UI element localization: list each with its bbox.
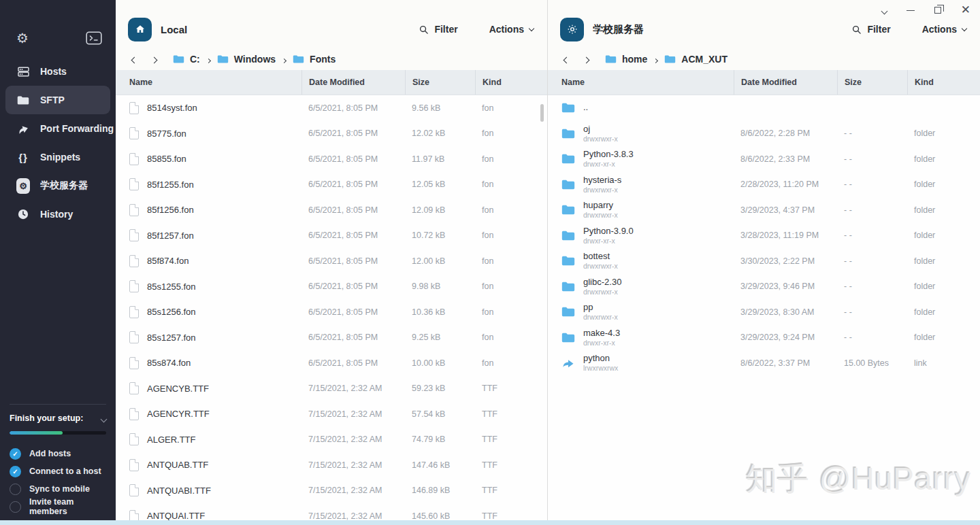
chevron-down-icon[interactable] <box>101 412 106 424</box>
minimize-icon[interactable] <box>906 10 915 11</box>
table-header: NameDate ModifiedSizeKind <box>116 70 547 95</box>
window-dropdown-icon[interactable] <box>882 4 887 16</box>
file-size: 74.79 kB <box>405 435 475 444</box>
column-header-name[interactable]: Name <box>548 70 734 95</box>
filter-button[interactable]: Filter <box>851 24 890 35</box>
file-kind: fon <box>475 205 547 215</box>
column-header-date-modified[interactable]: Date Modified <box>734 70 837 95</box>
setup-task[interactable]: ✓Add hosts <box>10 445 106 462</box>
sidebar-item-snippets[interactable]: {}Snippets <box>0 143 116 171</box>
file-date: 6/5/2021, 8:05 PM <box>301 103 405 113</box>
file-date: 6/5/2021, 8:05 PM <box>301 154 405 164</box>
file-name: ANTQUAB.TTF <box>147 460 208 470</box>
settings-gear-icon[interactable]: ⚙ <box>16 31 29 45</box>
setup-task[interactable]: ✓Connect to a host <box>10 462 106 480</box>
file-date: 7/15/2021, 2:32 AM <box>301 486 405 495</box>
folder-icon <box>217 54 229 64</box>
file-size: - - <box>837 307 907 317</box>
actions-button[interactable]: Actions <box>489 24 534 35</box>
file-row[interactable]: huparrydrwxrwxr-x3/29/2023, 4:37 PM- -fo… <box>548 197 980 223</box>
file-row[interactable]: .. <box>548 95 980 121</box>
column-header-size[interactable]: Size <box>405 70 475 95</box>
window-controls: ✕ <box>882 4 970 16</box>
file-row[interactable]: 85775.fon6/5/2021, 8:05 PM12.02 kBfon <box>116 121 547 147</box>
chevron-right-icon <box>654 53 657 65</box>
file-row[interactable]: ANTQUAB.TTF7/15/2021, 2:32 AM147.46 kBTT… <box>116 452 547 478</box>
file-row[interactable]: 8514syst.fon6/5/2021, 8:05 PM9.56 kBfon <box>116 95 547 121</box>
breadcrumb-item[interactable]: ACM_XUT <box>664 54 728 65</box>
file-size: 10.72 kB <box>405 231 475 240</box>
sidebar-item-label: Port Forwarding <box>40 123 114 134</box>
file-icon <box>129 153 139 165</box>
file-date: 6/5/2021, 8:05 PM <box>301 307 405 317</box>
filter-button[interactable]: Filter <box>419 24 457 35</box>
restore-icon[interactable] <box>934 7 941 14</box>
file-name: 8514syst.fon <box>147 103 197 113</box>
file-date: 8/6/2022, 2:28 PM <box>734 129 837 138</box>
file-date: 8/6/2022, 3:37 PM <box>734 358 837 368</box>
file-row[interactable]: make-4.3drwxr-xr-x3/29/2023, 9:24 PM- -f… <box>548 325 980 351</box>
column-header-size[interactable]: Size <box>837 70 907 95</box>
terminal-icon[interactable] <box>86 31 102 45</box>
scrollbar-thumb[interactable] <box>540 104 544 122</box>
file-size: 10.36 kB <box>405 307 475 317</box>
file-kind: TTF <box>475 486 547 495</box>
sidebar-item-hosts[interactable]: Hosts <box>0 57 116 86</box>
file-row[interactable]: 85s1255.fon6/5/2021, 8:05 PM9.98 kBfon <box>116 274 547 300</box>
actions-button[interactable]: Actions <box>922 24 966 35</box>
file-row[interactable]: Python-3.9.0drwxr-xr-x3/28/2023, 11:19 P… <box>548 223 980 249</box>
file-row[interactable]: 85s1256.fon6/5/2021, 8:05 PM10.36 kBfon <box>116 299 547 325</box>
file-row[interactable]: ANTQUABI.TTF7/15/2021, 2:32 AM146.89 kBT… <box>116 478 547 504</box>
file-row[interactable]: glibc-2.30drwxrwxr-x3/29/2023, 9:46 PM- … <box>548 274 980 300</box>
file-size: - - <box>837 154 907 164</box>
breadcrumb-item[interactable]: Fonts <box>293 54 336 65</box>
file-row[interactable]: ojdrwxrwxr-x8/6/2022, 2:28 PM- -folder <box>548 121 980 147</box>
folder-icon <box>561 204 575 216</box>
file-icon <box>129 357 139 369</box>
file-name: ANTQUAI.TTF <box>147 511 205 521</box>
setup-task[interactable]: Invite team members <box>10 498 106 515</box>
file-row[interactable]: Python-3.8.3drwxr-xr-x8/6/2022, 2:33 PM-… <box>548 146 980 172</box>
sidebar-item-label: Hosts <box>40 66 67 77</box>
column-header-kind[interactable]: Kind <box>907 70 980 95</box>
sidebar-item-sftp[interactable]: SFTP <box>5 86 110 114</box>
file-row[interactable]: AGENCYB.TTF7/15/2021, 2:32 AM59.23 kBTTF <box>116 376 547 402</box>
file-row[interactable]: AGENCYR.TTF7/15/2021, 2:32 AM57.54 kBTTF <box>116 401 547 427</box>
sidebar-item-server[interactable]: ⚙学校服务器 <box>0 171 116 200</box>
file-row[interactable]: bottestdrwxrwxr-x3/30/2023, 2:22 PM- -fo… <box>548 248 980 274</box>
column-header-name[interactable]: Name <box>116 70 301 95</box>
file-row[interactable]: 85f874.fon6/5/2021, 8:05 PM12.00 kBfon <box>116 248 547 274</box>
sidebar-item-port-forwarding[interactable]: Port Forwarding <box>0 114 116 143</box>
breadcrumb-item[interactable]: Windows <box>217 54 276 65</box>
column-header-kind[interactable]: Kind <box>475 70 547 95</box>
file-row[interactable]: 85s1257.fon6/5/2021, 8:05 PM9.25 kBfon <box>116 325 547 351</box>
setup-task[interactable]: Sync to mobile <box>10 480 106 498</box>
breadcrumb-item[interactable]: C: <box>173 54 200 65</box>
back-button[interactable] <box>128 53 141 65</box>
file-size: - - <box>837 256 907 266</box>
file-row[interactable]: pythonlrwxrwxrwx8/6/2022, 3:37 PM15.00 B… <box>548 350 980 376</box>
file-date: 7/15/2021, 2:32 AM <box>301 409 405 419</box>
back-button[interactable] <box>560 53 573 65</box>
breadcrumb-item[interactable]: home <box>605 54 647 65</box>
file-name: Python-3.8.3 <box>583 150 634 160</box>
sidebar-item-history[interactable]: History <box>0 200 116 228</box>
file-row[interactable]: 85f1256.fon6/5/2021, 8:05 PM12.09 kBfon <box>116 197 547 223</box>
file-row[interactable]: 85855.fon6/5/2021, 8:05 PM11.97 kBfon <box>116 146 547 172</box>
file-row[interactable]: 85s874.fon6/5/2021, 8:05 PM10.00 kBfon <box>116 350 547 376</box>
file-row[interactable]: 85f1257.fon6/5/2021, 8:05 PM10.72 kBfon <box>116 223 547 249</box>
file-row[interactable]: ALGER.TTF7/15/2021, 2:32 AM74.79 kBTTF <box>116 427 547 453</box>
local-pane: Local Filter Actions C:WindowsFonts Name… <box>116 0 548 525</box>
column-header-date-modified[interactable]: Date Modified <box>301 70 405 95</box>
forward-button[interactable] <box>148 53 161 65</box>
file-size: 12.02 kB <box>405 129 475 138</box>
file-size: - - <box>837 282 907 291</box>
forward-button[interactable] <box>580 53 593 65</box>
file-row[interactable]: hysteria-sdrwxrwxr-x2/28/2023, 11:20 PM-… <box>548 172 980 198</box>
file-row[interactable]: ppdrwxrwxr-x3/29/2023, 8:30 AM- -folder <box>548 299 980 325</box>
close-icon[interactable]: ✕ <box>961 5 970 15</box>
chevron-down-icon <box>962 26 967 31</box>
file-row[interactable]: 85f1255.fon6/5/2021, 8:05 PM12.05 kBfon <box>116 172 547 198</box>
setup-progress-bar <box>10 431 106 435</box>
file-kind: link <box>907 358 980 368</box>
